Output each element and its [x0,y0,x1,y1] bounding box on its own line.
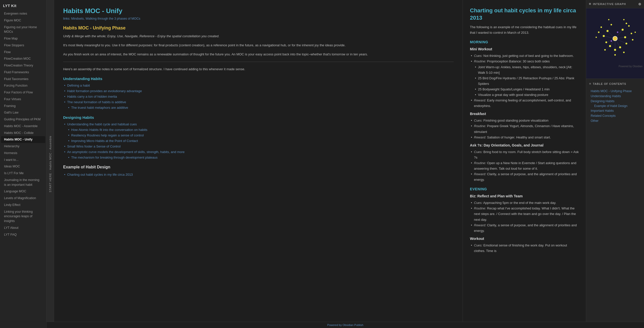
footer-text: Powered by Obsidian Publish [327,323,364,326]
svg-point-23 [626,23,627,24]
svg-point-29 [614,54,616,56]
svg-point-27 [604,49,606,51]
toc-icon: ≡ [589,82,591,86]
ask-list: Cues: Bring food to my room. Full body s… [470,149,579,183]
mini-workout-list: Cues: Not thinking, just getting out of … [470,53,579,109]
toc-title: TABLE OF CONTENTS [593,82,626,85]
sidebar-title: LYT Kit [0,0,46,10]
sidebar-item[interactable]: Journaling in the morning is an importan… [1,177,45,188]
breakfast-reward: Reward: Satiation of hunger. Healthy and… [470,135,579,140]
sidebar-item[interactable]: Four Factors of Flow [1,89,45,96]
bullet-item: Habits carry a ton of hidden inertia [63,94,454,99]
ask-routine: Routine: Open up a New Note in Evernote … [470,160,579,171]
mini-cues: Cues: Not thinking, just getting out of … [470,53,579,59]
toc-item[interactable]: Example of Habit Design [589,104,641,108]
sidebar-item[interactable]: LYT About [1,225,45,231]
sidebar-item[interactable]: Fluid Taxonomies [1,76,45,83]
designing-bullets: Understanding the habit cycle and habitu… [63,122,454,161]
right-intro: The following is an example of me consid… [470,24,579,35]
sidebar-item[interactable]: Linking your thinking encourages leaps o… [1,208,45,225]
toc-item[interactable]: Important Habits [589,108,641,113]
sidebar-item[interactable]: Flow [1,49,45,56]
biz-list: Cues: Approaching 5pm or the end of the … [470,200,579,234]
svg-point-20 [600,26,602,28]
link-phases[interactable]: Walking through the 3 phases of MOCs [86,17,140,20]
svg-point-42 [626,43,627,45]
graph-header: ✳ INTERACTIVE GRAPH ⊕ [586,0,644,8]
bullet-item: Charting out habit cycles in my life cir… [63,172,454,177]
sidebar-item[interactable]: Evergreen notes [1,10,45,17]
sidebar-item[interactable]: Habits MOC - Collide [1,130,45,136]
toc-item[interactable]: Related Concepts [589,113,641,118]
sidebar-item[interactable]: Forcing Function [1,82,45,89]
sidebar-item[interactable]: FlowCreation MOC [1,55,45,62]
morning-header: MORNING [470,40,579,44]
content-area: Habits MOC - Unify links: Mindsets, Walk… [54,0,644,328]
example-bullets: Charting out habit cycles in my life cir… [63,172,454,177]
sidebar-item[interactable]: Lindy Effect [1,202,45,208]
ask-header: Ask ?s: Day Orientation, Goals, and Jour… [470,143,579,147]
biz-routine: Routine: Recap what I've accomplished to… [470,206,579,222]
sidebar-item[interactable]: Flow Map [1,35,45,42]
workout-header: Workout [470,237,579,241]
sidebar-item[interactable]: Gall's Law [1,109,45,116]
svg-point-31 [635,32,636,33]
svg-point-38 [609,45,611,47]
designing-title: Designing Habits [63,115,454,120]
svg-point-35 [622,29,624,31]
svg-point-41 [606,42,607,43]
understanding-bullets: Defining a habit Habit formation provide… [63,83,454,111]
graph-svg [586,8,644,69]
svg-point-24 [598,31,599,33]
toc-item[interactable]: Habits MOC - Unifying Phase [589,89,641,94]
sidebar-item[interactable]: Flow Stoppers [1,42,45,49]
svg-point-26 [632,39,633,41]
sidebar-item[interactable]: Habits MOC - Unify [1,136,45,143]
biz-reward: Reward: Clarity, a sense of purpose, and… [470,223,579,234]
understanding-title: Understanding Habits [63,77,454,81]
svg-point-37 [624,36,626,38]
mini-workout-header: Mini Workout [470,47,579,51]
sidebar-item[interactable]: Hormesis [1,150,45,157]
toc-item[interactable]: Understanding Habits [589,94,641,99]
sidebar-item[interactable]: Habits MOC - Assemble [1,123,45,130]
body1: It's most likely meaningful to you. Use … [63,43,454,48]
ask-reward: Reward: Clarity, a sense of purpose, and… [470,171,579,183]
bullet-item: Defining a habit [63,83,454,88]
graph-canvas[interactable]: Powered by Obsidian [586,8,644,69]
sidebar-item[interactable]: Language MOC [1,188,45,195]
sidebar-item[interactable]: Framing [1,103,45,110]
svg-point-36 [603,35,605,37]
sidebar-item[interactable]: LYT FAQ [1,231,45,238]
center-pane: Habits MOC - Unify links: Mindsets, Walk… [54,0,463,328]
sidebar-item[interactable]: Guiding Principles of PKM [1,116,45,123]
sidebar-item[interactable]: Ideas MOC [1,163,45,170]
sidebar-item[interactable]: Is LYT For Me [1,170,45,177]
link-mindsets[interactable]: Mindsets [71,17,84,20]
sidebar-item[interactable]: Fluid Frameworks [1,69,45,76]
sidebar-item[interactable]: Figure MOC [1,17,45,24]
mini-sub1: Joint Warm-up: Ankles, knees, hips, elbo… [470,64,579,76]
toc-item[interactable]: Other [589,118,641,123]
bullet-item: Small Wins foster a Sense of Control [63,144,454,149]
breakfast-list: Cues: Finishing good standing posture vi… [470,118,579,140]
sidebar-item[interactable]: Figuring out your Home MOCs [1,24,45,35]
svg-point-28 [623,52,625,53]
sidebar-item[interactable]: I want to... [1,157,45,163]
svg-point-39 [619,46,621,48]
workout-cues: Cues: Emotional sense of finishing the w… [470,243,579,254]
sidebar-item[interactable]: FlowCreation Theory [1,62,45,69]
mini-sub4: Visualize a great day with good standing… [470,92,579,98]
svg-point-34 [607,30,609,32]
graph-title: INTERACTIVE GRAPH [593,3,626,6]
sidebar-item[interactable]: Heterarchy [1,143,45,150]
mini-reward: Reward: Early morning feeling of accompl… [470,98,579,109]
breakfast-routine: Routine: Prepare Greek Yogurt, Almonds, … [470,123,579,134]
toc-item[interactable]: Designing Habits [589,99,641,104]
sidebar-item[interactable]: Levels of Magnification [1,195,45,202]
svg-point-33 [623,19,625,20]
sparkle-icon: ✳ [589,2,591,6]
sidebar-item[interactable]: Four Virtues [1,96,45,103]
bullet-item: Habit formation provides an evolutionary… [63,88,454,94]
expand-icon[interactable]: ⊕ [638,2,641,6]
